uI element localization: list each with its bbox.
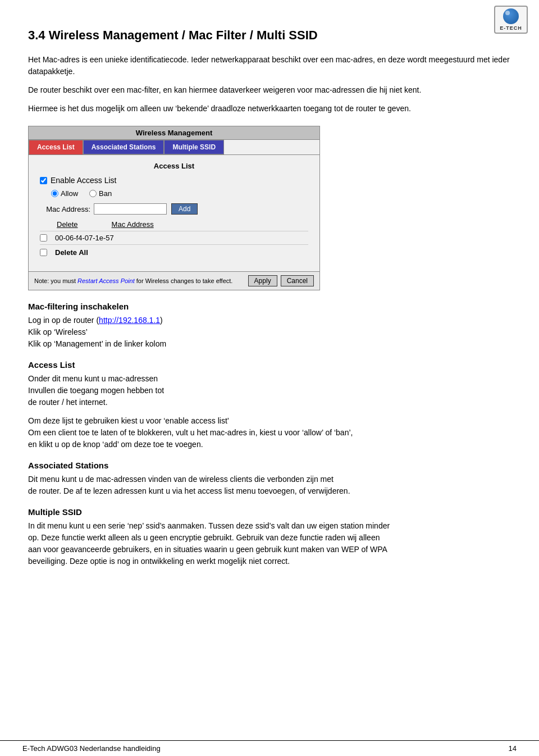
note-buttons: Apply Cancel	[248, 275, 314, 286]
table-header: Delete Mac Address	[40, 220, 308, 229]
panel-body: Access List Enable Access List Allow Ban…	[29, 155, 319, 271]
delete-all-label: Delete All	[55, 248, 88, 257]
access-list-usage: Om deze lijst te gebruiken kiest u voor …	[28, 415, 511, 450]
mac-address-row: Mac Address: Add	[40, 203, 308, 215]
note-bar: Note: you must Restart Access Point for …	[29, 271, 319, 290]
access-list-title: Access List	[28, 360, 511, 370]
ban-radio[interactable]	[89, 190, 97, 197]
associated-stations-body: Dit menu kunt u de mac-adressen vinden v…	[28, 473, 511, 497]
access-list-usage-3: en klikt u op de knop ‘add’ om deze toe …	[28, 440, 203, 449]
wireless-management-panel: Wireless Management Access List Associat…	[28, 126, 320, 290]
multi-ssid-body-1: In dit menu kunt u een serie ‘nep’ ssid’…	[28, 521, 390, 530]
cancel-button[interactable]: Cancel	[281, 275, 314, 286]
col-mac-header: Mac Address	[112, 220, 154, 229]
mac-filtering-line2: Klik op ‘Wireless’	[28, 327, 88, 336]
mac-address-input[interactable]	[94, 203, 167, 215]
row-mac-0: 00-06-f4-07-1e-57	[55, 234, 114, 242]
mac-filtering-line3: Klik op ‘Management’ in de linker kolom	[28, 339, 166, 348]
add-button[interactable]: Add	[171, 203, 198, 215]
intro-paragraph-1: Het Mac-adres is een unieke identificati…	[28, 54, 511, 78]
logo-area: E-TECH	[494, 6, 528, 34]
ban-radio-label[interactable]: Ban	[89, 189, 112, 198]
delete-all-row: Delete All	[40, 244, 308, 260]
apply-button[interactable]: Apply	[248, 275, 277, 286]
footer-left: E-Tech ADWG03 Nederlandse handleiding	[22, 744, 161, 753]
enable-access-list-row: Enable Access List	[40, 176, 308, 185]
associated-body-2: de router. De af te lezen adressen kunt …	[28, 486, 350, 495]
enable-access-list-checkbox[interactable]	[40, 177, 47, 184]
tab-associated-stations[interactable]: Associated Stations	[83, 140, 165, 154]
page-content: 3.4 Wireless Management / Mac Filter / M…	[0, 0, 539, 608]
page-title: 3.4 Wireless Management / Mac Filter / M…	[28, 28, 511, 43]
allow-ban-row: Allow Ban	[40, 189, 308, 198]
table-row: 00-06-f4-07-1e-57	[40, 231, 308, 244]
access-list-usage-1: Om deze lijst te gebruiken kiest u voor …	[28, 416, 229, 425]
multi-ssid-body-3: aan voor geavanceerde gebruikers, en in …	[28, 545, 387, 554]
multi-ssid-body-2: op. Deze functie werkt alleen als u geen…	[28, 533, 380, 542]
logo-box: E-TECH	[494, 6, 528, 34]
multi-ssid-body-4: beveiliging. Deze optie is nog in ontwik…	[28, 557, 290, 566]
associated-body-1: Dit menu kunt u de mac-adressen vinden v…	[28, 475, 334, 484]
allow-radio-label[interactable]: Allow	[51, 189, 78, 198]
multiple-ssid-title: Multiple SSID	[28, 507, 511, 517]
etech-logo-icon	[503, 8, 519, 24]
section-title: Access List	[40, 162, 308, 170]
associated-stations-title: Associated Stations	[28, 461, 511, 470]
footer-right: 14	[509, 744, 517, 753]
restart-link[interactable]: Restart Access Point	[77, 277, 135, 284]
multiple-ssid-body: In dit menu kunt u een serie ‘nep’ ssid’…	[28, 520, 511, 567]
intro-paragraph-2: De router beschikt over een mac-filter, …	[28, 84, 511, 96]
row-checkbox-0[interactable]	[40, 234, 47, 242]
router-link[interactable]: http://192.168.1.1	[99, 316, 160, 325]
note-text: Note: you must Restart Access Point for …	[34, 277, 232, 284]
mac-filtering-title: Mac-filtering inschakelen	[28, 302, 511, 311]
delete-all-checkbox[interactable]	[40, 249, 47, 256]
tab-multiple-ssid[interactable]: Multiple SSID	[164, 140, 224, 154]
access-list-body: Onder dit menu kunt u mac-adressen Invul…	[28, 373, 511, 408]
mac-table: Delete Mac Address 00-06-f4-07-1e-57 Del…	[40, 220, 308, 260]
access-list-usage-2: Om een client toe te laten of te blokker…	[28, 428, 353, 437]
enable-access-list-label: Enable Access List	[51, 176, 117, 185]
mac-address-label: Mac Address:	[40, 205, 90, 213]
col-delete-header: Delete	[57, 220, 78, 229]
intro-paragraph-3: Hiermee is het dus mogelijk om alleen uw…	[28, 103, 511, 115]
panel-tabs: Access List Associated Stations Multiple…	[29, 140, 319, 155]
page-footer: E-Tech ADWG03 Nederlandse handleiding 14	[0, 740, 539, 756]
logo-text: E-TECH	[500, 25, 522, 31]
mac-filtering-body: Log in op de router (http://192.168.1.1)…	[28, 315, 511, 350]
panel-title: Wireless Management	[29, 126, 319, 140]
allow-radio[interactable]	[51, 190, 58, 197]
tab-access-list[interactable]: Access List	[29, 140, 83, 154]
